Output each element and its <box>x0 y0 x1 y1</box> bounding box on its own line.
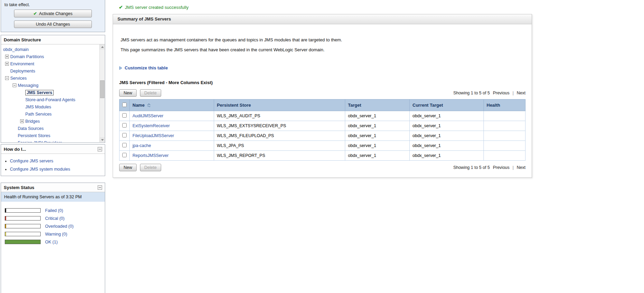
column-header-name[interactable]: Name <box>130 99 214 111</box>
paging-previous[interactable]: Previous <box>493 165 509 170</box>
health-gauge-fill <box>5 232 6 236</box>
new-button[interactable]: New <box>119 164 137 171</box>
expand-icon[interactable] <box>5 55 9 58</box>
tree-item-foreign-jndi-providers[interactable]: Foreign JNDI Providers <box>3 139 98 142</box>
tree-item-label[interactable]: Foreign JNDI Providers <box>18 141 62 142</box>
undo-all-changes-label: Undo All Changes <box>36 22 70 27</box>
collapse-panel-icon[interactable] <box>98 185 102 190</box>
tree-item-label[interactable]: Data Sources <box>18 126 44 131</box>
tree-item-domain-partitions[interactable]: Domain Partitions <box>3 53 98 61</box>
jms-server-link[interactable]: jpa-cache <box>132 143 151 148</box>
select-all-checkbox[interactable] <box>122 103 127 107</box>
row-checkbox[interactable] <box>122 133 127 137</box>
paging-showing: Showing 1 to 5 of 5 <box>453 165 490 170</box>
tree-item-services[interactable]: Services <box>3 75 98 82</box>
tree-item-jms-servers[interactable]: JMS Servers <box>3 89 98 96</box>
health-cell <box>484 141 526 151</box>
how-do-i-link[interactable]: Configure JMS system modules <box>10 167 70 172</box>
target-cell: obdx_server_1 <box>345 141 410 151</box>
delete-button[interactable]: Delete <box>140 164 161 171</box>
tree-item-path-services[interactable]: Path Services <box>3 111 98 118</box>
tree-item-label[interactable]: JMS Modules <box>25 105 51 109</box>
tree-item-environment[interactable]: Environment <box>3 61 98 68</box>
activate-changes-button[interactable]: ✔Activate Changes <box>14 10 92 17</box>
tree-item-label[interactable]: Persistent Stores <box>18 133 50 138</box>
row-select-cell <box>120 141 130 151</box>
paging-previous[interactable]: Previous <box>493 91 509 95</box>
tree-indent <box>13 126 16 130</box>
table-body: AuditJMSServerWLS_JMS_AUDIT_PSobdx_serve… <box>120 111 526 161</box>
collapse-panel-icon[interactable] <box>98 147 102 151</box>
table-row: ReportsJMSServerWLS_JMS_REPORT_PSobdx_se… <box>120 151 526 161</box>
gauge-label[interactable]: Critical (0) <box>45 216 65 221</box>
success-message-text: JMS server created successfully <box>125 5 188 10</box>
table-header-row: NamePersistent StoreTargetCurrent Target… <box>120 99 526 111</box>
table-row: jpa-cacheWLS_JPA_PSobdx_server_1obdx_ser… <box>120 141 526 151</box>
tree-scrollbar[interactable] <box>99 44 105 142</box>
scroll-up-icon[interactable] <box>100 44 105 50</box>
change-center-note: to take effect. <box>1 2 105 10</box>
row-checkbox[interactable] <box>122 153 127 157</box>
tree-item-deployments[interactable]: Deployments <box>3 68 98 75</box>
gauge-label[interactable]: Overloaded (0) <box>45 224 73 229</box>
customize-table-link[interactable]: Customize this table <box>125 65 168 70</box>
tree-item-bridges[interactable]: Bridges <box>3 118 98 125</box>
row-select-cell <box>120 131 130 141</box>
jms-server-link[interactable]: ReportsJMSServer <box>132 153 169 158</box>
persistent-store-cell: WLS_JMS_EXTSYSRECEIVER_PS <box>214 121 345 131</box>
tree-item-obdx-domain[interactable]: obdx_domain <box>3 46 98 53</box>
toolbar-buttons: New Delete <box>119 164 163 171</box>
gauge-label[interactable]: Failed (0) <box>45 208 63 213</box>
column-header-current-target[interactable]: Current Target <box>410 99 484 111</box>
tree-item-label[interactable]: Path Services <box>25 112 52 117</box>
sort-ascending-icon[interactable] <box>147 103 151 107</box>
jms-server-link[interactable]: AuditJMSServer <box>132 114 163 118</box>
column-header-health[interactable]: Health <box>484 99 526 111</box>
tree-item-messaging[interactable]: Messaging <box>3 82 98 89</box>
domain-tree: obdx_domainDomain PartitionsEnvironmentD… <box>1 44 105 142</box>
collapse-icon[interactable] <box>5 76 9 80</box>
table-toolbar-bottom: New Delete Showing 1 to 5 of 5 Previous … <box>119 161 526 172</box>
gauge-label[interactable]: OK (1) <box>45 240 58 244</box>
target-cell: obdx_server_1 <box>345 111 410 121</box>
tree-item-label[interactable]: obdx_domain <box>3 47 29 52</box>
tree-item-label[interactable]: Deployments <box>10 69 35 74</box>
row-checkbox[interactable] <box>122 113 127 118</box>
tree-item-persistent-stores[interactable]: Persistent Stores <box>3 132 98 139</box>
gauge-label[interactable]: Warning (0) <box>45 232 67 237</box>
new-button[interactable]: New <box>119 89 137 97</box>
tree-item-jms-modules[interactable]: JMS Modules <box>3 104 98 111</box>
tree-item-label[interactable]: Environment <box>10 62 34 66</box>
row-select-cell <box>120 121 130 131</box>
tree-item-label[interactable]: Messaging <box>18 83 38 88</box>
how-do-i-panel: How do I... Configure JMS serversConfigu… <box>1 144 105 176</box>
column-header-persistent-store[interactable]: Persistent Store <box>214 99 345 111</box>
collapse-icon[interactable] <box>13 83 16 87</box>
tree-item-label[interactable]: Bridges <box>25 119 40 124</box>
expand-icon[interactable] <box>20 119 24 123</box>
row-checkbox[interactable] <box>122 123 127 128</box>
gauge-row-failed-0: Failed (0) <box>5 207 105 214</box>
paging-next[interactable]: Next <box>517 91 526 95</box>
jms-server-link[interactable]: ExtSystemReceiver <box>132 123 170 128</box>
column-header-target[interactable]: Target <box>345 99 410 111</box>
tree-item-label[interactable]: Services <box>10 76 27 81</box>
how-do-i-link[interactable]: Configure JMS servers <box>10 159 53 163</box>
scroll-down-icon[interactable] <box>100 137 105 142</box>
tree-item-label[interactable]: Domain Partitions <box>10 54 44 59</box>
domain-structure-panel: Domain Structure obdx_domainDomain Parti… <box>1 35 105 143</box>
delete-button[interactable]: Delete <box>140 89 161 97</box>
tree-item-store-and-forward-agents[interactable]: Store-and-Forward Agents <box>3 96 98 104</box>
scrollbar-thumb[interactable] <box>100 80 104 98</box>
health-cell <box>484 151 526 161</box>
tree-item-label[interactable]: JMS Servers <box>25 90 54 95</box>
paging-next[interactable]: Next <box>517 165 526 170</box>
jms-server-link[interactable]: FileUploadJMSServer <box>132 133 174 138</box>
health-cell <box>484 111 526 121</box>
row-checkbox[interactable] <box>122 143 127 147</box>
undo-all-changes-button[interactable]: Undo All Changes <box>14 21 92 28</box>
table-toolbar-top: New Delete Showing 1 to 5 of 5 Previous … <box>119 88 526 99</box>
tree-item-label[interactable]: Store-and-Forward Agents <box>25 97 75 102</box>
expand-icon[interactable] <box>5 62 9 66</box>
tree-item-data-sources[interactable]: Data Sources <box>3 125 98 132</box>
